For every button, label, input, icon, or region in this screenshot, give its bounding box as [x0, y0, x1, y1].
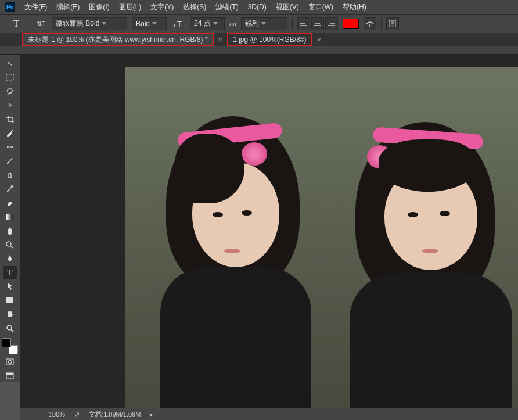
hand-tool[interactable] [3, 308, 17, 321]
foreground-color-swatch[interactable] [2, 338, 11, 347]
align-left-button[interactable] [297, 17, 310, 30]
menu-edit[interactable]: 编辑(E) [56, 2, 80, 12]
ruler-corner [0, 46, 20, 55]
font-family-dropdown[interactable]: 微软雅黑 Bold [52, 17, 127, 30]
move-tool[interactable]: ↖ [3, 57, 17, 70]
font-family-value: 微软雅黑 Bold [56, 19, 99, 28]
warp-text-button[interactable]: T [364, 17, 376, 30]
menu-window[interactable]: 窗口(W) [308, 2, 333, 12]
document-tab-2[interactable]: 1.jpg @ 100%(RGB/8#) [227, 33, 312, 46]
font-weight-dropdown[interactable]: Bold [132, 17, 167, 30]
menu-image[interactable]: 图像(I) [89, 2, 109, 12]
document-tab-label: 1.jpg @ 100%(RGB/8#) [233, 35, 306, 44]
font-size-icon: TT [171, 17, 185, 31]
menu-filter[interactable]: 滤镜(T) [215, 2, 238, 12]
align-center-button[interactable] [311, 17, 324, 30]
doc-size: 文档:1.09M/1.09M [89, 410, 141, 419]
chevron-down-icon [261, 22, 266, 25]
rectangle-tool[interactable] [3, 294, 17, 307]
chevron-down-icon [152, 22, 157, 25]
svg-rect-15 [6, 373, 13, 375]
options-bar: T ⇅T 微软雅黑 Bold Bold TT 24 点 aa 锐利 T [0, 14, 518, 33]
lasso-tool[interactable] [3, 85, 17, 98]
dodge-tool[interactable] [3, 238, 17, 251]
zoom-level[interactable]: 100% [49, 411, 65, 418]
type-tool[interactable]: T [3, 266, 17, 279]
zoom-tool[interactable] [3, 322, 17, 335]
pen-tool[interactable] [3, 252, 17, 265]
svg-point-9 [6, 242, 11, 246]
text-align-group [297, 17, 338, 30]
clone-stamp-tool[interactable] [3, 168, 17, 181]
menu-select[interactable]: 选择(S) [183, 2, 206, 12]
divider [28, 18, 28, 30]
font-weight-value: Bold [136, 20, 150, 28]
menu-help[interactable]: 帮助(H) [343, 2, 366, 12]
svg-point-11 [7, 325, 12, 330]
align-right-button[interactable] [325, 17, 338, 30]
divider [381, 18, 382, 30]
character-panel-button[interactable] [386, 17, 399, 30]
history-brush-tool[interactable] [3, 182, 17, 195]
menu-view[interactable]: 视图(V) [276, 2, 299, 12]
chevron-down-icon [213, 22, 218, 25]
menu-file[interactable]: 文件(F) [24, 2, 47, 12]
chevron-down-icon [102, 22, 106, 25]
font-size-dropdown[interactable]: 24 点 [190, 17, 225, 30]
document-tab-label: 未标题-1 @ 100% (亦是美网络 www.yishimei.cn, RGB… [28, 35, 208, 45]
svg-text:⇅T: ⇅T [37, 20, 45, 27]
gradient-tool[interactable] [3, 210, 17, 223]
crop-tool[interactable] [3, 113, 17, 125]
svg-text:T: T [173, 23, 176, 28]
document-tab-1[interactable]: 未标题-1 @ 100% (亦是美网络 www.yishimei.cn, RGB… [22, 33, 214, 46]
status-bar: 100% ↗ 文档:1.09M/1.09M ▸ [20, 408, 518, 420]
svg-rect-5 [6, 74, 13, 80]
document-tabs: 未标题-1 @ 100% (亦是美网络 www.yishimei.cn, RGB… [0, 33, 518, 46]
menu-3d[interactable]: 3D(D) [248, 3, 267, 11]
flyout-icon[interactable]: ▸ [150, 411, 153, 418]
antialias-value: 锐利 [245, 19, 259, 28]
svg-rect-10 [6, 297, 13, 303]
magic-wand-tool[interactable]: ✧ [3, 99, 17, 112]
type-tool-preset-icon[interactable]: T [9, 17, 23, 31]
ruler-horizontal[interactable] [20, 46, 518, 55]
tools-panel: ↖ ✧ T [0, 55, 20, 382]
menu-layer[interactable]: 图层(L) [119, 2, 142, 12]
brush-tool[interactable] [3, 155, 17, 167]
document-canvas[interactable] [125, 67, 518, 408]
font-size-value: 24 点 [194, 19, 211, 28]
quickmask-button[interactable] [3, 356, 17, 368]
main-area: ↖ ✧ T [0, 46, 518, 420]
close-tab-icon[interactable]: × [316, 35, 321, 44]
svg-text:T: T [177, 20, 182, 28]
antialias-label: aa [229, 20, 236, 27]
svg-point-13 [8, 360, 12, 364]
menu-type[interactable]: 文字(Y) [150, 2, 174, 12]
blur-tool[interactable] [3, 224, 17, 237]
marquee-tool[interactable] [3, 71, 17, 84]
svg-rect-8 [6, 214, 13, 220]
canvas-viewport[interactable] [20, 55, 518, 408]
eyedropper-tool[interactable] [3, 127, 17, 139]
app-logo: Ps [5, 2, 15, 12]
antialias-dropdown[interactable]: 锐利 [241, 17, 287, 30]
healing-brush-tool[interactable] [3, 141, 17, 153]
text-orientation-icon[interactable]: ⇅T [33, 17, 47, 31]
menu-bar: Ps 文件(F) 编辑(E) 图像(I) 图层(L) 文字(Y) 选择(S) 滤… [0, 0, 518, 14]
close-tab-icon[interactable]: × [218, 35, 223, 44]
export-icon[interactable]: ↗ [74, 411, 80, 418]
color-picker[interactable] [2, 338, 18, 354]
path-select-tool[interactable] [3, 280, 17, 293]
svg-text:T: T [368, 23, 371, 27]
eraser-tool[interactable] [3, 196, 17, 209]
canvas-area: 100% ↗ 文档:1.09M/1.09M ▸ [20, 46, 518, 420]
screenmode-button[interactable] [3, 369, 17, 382]
divider [292, 18, 293, 30]
text-color-swatch[interactable] [343, 19, 359, 29]
